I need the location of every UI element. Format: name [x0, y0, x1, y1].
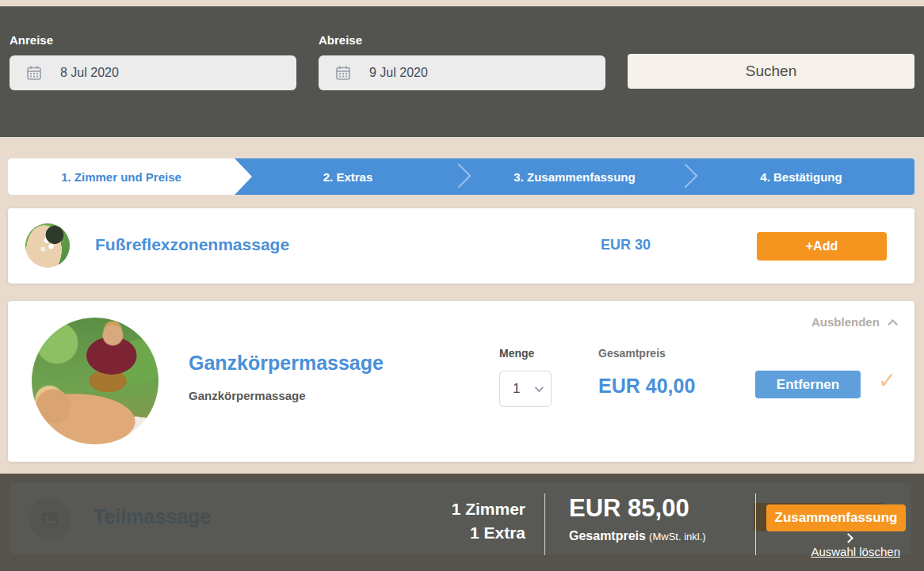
departure-label: Abreise	[319, 33, 605, 47]
add-button[interactable]: +Add	[757, 232, 887, 261]
collapse-link[interactable]: Ausblenden	[811, 315, 895, 329]
extra-card-ganzkoerpermassage: Ausblenden Ganzkörpermassage Ganzkörperm…	[8, 301, 914, 462]
clear-selection-link[interactable]: Auswahl löschen	[811, 545, 900, 558]
summary-button[interactable]: Zusammenfassung	[766, 504, 906, 531]
departure-field: Abreise 9 Jul 2020	[319, 33, 605, 137]
search-button-wrap: Suchen	[628, 33, 914, 137]
progress-steps: 1. Zimmer und Preise 2. Extras 3. Zusamm…	[8, 158, 914, 195]
chevron-right-icon[interactable]	[843, 533, 853, 543]
extra-title: Fußreflexzonenmassage	[95, 235, 289, 254]
calendar-icon	[27, 66, 41, 80]
quantity-label: Menge	[499, 347, 534, 360]
check-icon: ✓	[878, 367, 896, 394]
arrival-label: Anreise	[10, 33, 296, 47]
divider	[544, 493, 545, 555]
departure-date-input[interactable]: 9 Jul 2020	[319, 55, 605, 90]
step-zimmer-und-preise[interactable]: 1. Zimmer und Preise	[8, 158, 235, 195]
grand-total-caption: Gesamtpreis (MwSt. inkl.)	[569, 529, 706, 543]
selection-counts: 1 Zimmer 1 Extra	[428, 497, 525, 545]
extra-photo	[32, 318, 158, 444]
chevron-down-icon	[535, 383, 544, 392]
extra-title: Ganzkörpermassage	[189, 352, 384, 375]
total-price-label: Gesamtpreis	[598, 347, 666, 360]
grand-total: EUR 85,00	[569, 494, 689, 523]
search-button[interactable]: Suchen	[628, 54, 914, 89]
arrival-date-value: 8 Jul 2020	[60, 66, 119, 80]
booking-page: Anreise 8 Jul 2020 Abreise	[0, 0, 924, 571]
chevron-up-icon	[888, 319, 898, 329]
extra-thumbnail	[25, 223, 70, 268]
divider	[755, 493, 756, 555]
collapse-label: Ausblenden	[811, 315, 880, 329]
quantity-select[interactable]: 1	[499, 371, 552, 407]
quantity-value: 1	[513, 381, 520, 397]
vat-note: (MwSt. inkl.)	[649, 531, 706, 542]
step-extras[interactable]: 2. Extras	[235, 158, 461, 195]
arrival-field: Anreise 8 Jul 2020	[10, 33, 296, 137]
arrival-date-input[interactable]: 8 Jul 2020	[10, 55, 296, 90]
step-bestaetigung[interactable]: 4. Bestätigung	[688, 158, 914, 195]
rooms-count: 1 Zimmer	[428, 497, 525, 521]
search-header: Anreise 8 Jul 2020 Abreise	[0, 6, 924, 137]
extra-subtitle: Ganzkörpermassage	[189, 389, 306, 402]
extra-price: EUR 30	[601, 237, 651, 253]
step-label: 1. Zimmer und Preise	[61, 170, 181, 184]
extras-count: 1 Extra	[428, 521, 525, 545]
grand-total-label: Gesamtpreis	[569, 529, 646, 542]
summary-bar-content: 1 Zimmer 1 Extra EUR 85,00 Gesamtpreis (…	[0, 474, 924, 571]
remove-button[interactable]: Entfernen	[755, 371, 861, 398]
calendar-icon	[336, 66, 350, 80]
total-price-value: EUR 40,00	[598, 375, 695, 398]
extra-card-fussreflexzonenmassage: Fußreflexzonenmassage EUR 30 +Add	[8, 208, 914, 284]
step-zusammenfassung[interactable]: 3. Zusammenfassung	[461, 158, 688, 195]
step-label: 4. Bestätigung	[760, 170, 842, 184]
step-label: 2. Extras	[323, 170, 373, 184]
summary-bar: Teilmassage +Add 1 Zimmer 1 Extra EUR 85…	[0, 474, 924, 571]
departure-date-value: 9 Jul 2020	[369, 66, 428, 80]
step-label: 3. Zusammenfassung	[514, 170, 635, 184]
